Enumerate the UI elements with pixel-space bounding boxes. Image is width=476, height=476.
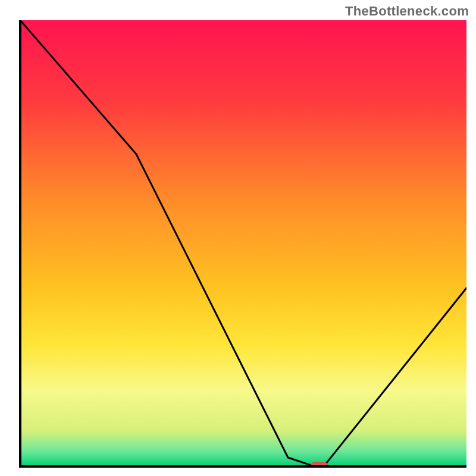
chart-container: TheBottleneck.com bbox=[0, 0, 476, 476]
gradient-background bbox=[20, 20, 466, 466]
chart-svg bbox=[0, 0, 476, 476]
attribution-label: TheBottleneck.com bbox=[345, 4, 469, 19]
